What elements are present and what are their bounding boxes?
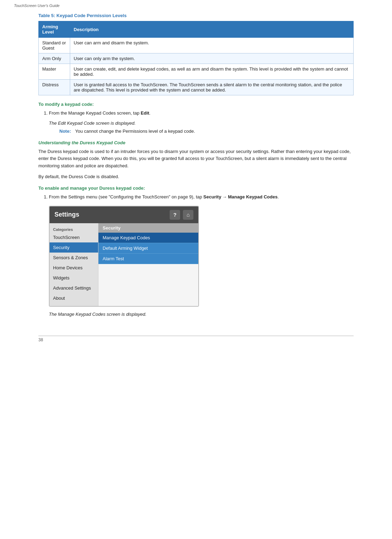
settings-left-col: Categories TouchScreenSecuritySensors & …	[50, 223, 98, 306]
manage-keypad-bold: Manage Keypad Codes	[228, 194, 278, 199]
table-row-desc-3: User is granted full access to the Touch…	[70, 80, 354, 95]
settings-header-icons: ? ⌂	[170, 210, 193, 220]
page-content: Table 5: Keypad Code Permission Levels A…	[0, 9, 392, 329]
table-row-level-1: Arm Only	[39, 53, 70, 64]
settings-menu-item-widgets[interactable]: Widgets	[50, 273, 98, 283]
settings-body: Categories TouchScreenSecuritySensors & …	[50, 223, 198, 306]
submenu-header: Security	[98, 223, 198, 233]
table-row-level-2: Master	[39, 64, 70, 80]
settings-menu-item-home-devices[interactable]: Home Devices	[50, 263, 98, 273]
table-row-desc-0: User can arm and disarm the system.	[70, 38, 354, 53]
modify-step1: From the Manage Keypad Codes screen, tap…	[49, 110, 354, 117]
col-desc-header: Description	[70, 21, 354, 38]
table-row-desc-2: User can create, edit, and delete keypad…	[70, 64, 354, 80]
settings-menu: TouchScreenSecuritySensors & ZonesHome D…	[50, 232, 98, 303]
edit-bold: Edit	[141, 110, 149, 116]
settings-screenshot: Settings ? ⌂ Categories TouchScreenSecur…	[49, 206, 199, 307]
understanding-heading: Understanding the Duress Keypad Code	[38, 140, 354, 145]
note-text: You cannot change the Permissions level …	[75, 128, 195, 135]
table-row: MasterUser can create, edit, and delete …	[39, 64, 354, 80]
note-label: Note:	[59, 128, 71, 135]
table-title: Table 5: Keypad Code Permission Levels	[38, 13, 354, 18]
submenu-item-manage-keypad-codes[interactable]: Manage Keypad Codes	[98, 233, 198, 243]
page-header: TouchScreen User's Guide	[0, 0, 392, 9]
col-arming-header: Arming Level	[39, 21, 70, 38]
settings-menu-item-advanced-settings[interactable]: Advanced Settings	[50, 283, 98, 293]
enable-heading: To enable and manage your Duress keypad …	[38, 185, 354, 191]
header-title: TouchScreen User's Guide	[14, 3, 60, 8]
question-icon: ?	[173, 212, 176, 218]
settings-submenu: Manage Keypad CodesDefault Arming Widget…	[98, 233, 198, 264]
settings-right-col: Security Manage Keypad CodesDefault Armi…	[98, 223, 198, 306]
permission-table: Arming Level Description Standard or Gue…	[38, 21, 354, 95]
enable-step1: From the Settings menu (see "Configuring…	[49, 194, 354, 201]
table-row-level-0: Standard or Guest	[39, 38, 70, 53]
settings-title: Settings	[54, 211, 79, 218]
submenu-item-alarm-test[interactable]: Alarm Test	[98, 254, 198, 264]
arrow: →	[222, 194, 227, 199]
understanding-para1: The Duress keypad code is used to if an …	[38, 148, 354, 170]
table-row-desc-1: User can only arm the system.	[70, 53, 354, 64]
table-row: Arm OnlyUser can only arm the system.	[39, 53, 354, 64]
table-row: DistressUser is granted full access to t…	[39, 80, 354, 95]
table-row-level-3: Distress	[39, 80, 70, 95]
settings-menu-item-sensors-&-zones[interactable]: Sensors & Zones	[50, 253, 98, 263]
note-block: Note: You cannot change the Permissions …	[59, 128, 354, 135]
settings-menu-item-touchscreen[interactable]: TouchScreen	[50, 232, 98, 242]
screenshot-caption: The Manage Keypad Codes screen is displa…	[49, 312, 354, 317]
page-number: 38	[38, 337, 43, 342]
modify-heading: To modify a keypad code:	[38, 102, 354, 107]
security-bold: Security	[204, 194, 221, 199]
page-footer: 38	[38, 336, 354, 342]
understanding-para2: By default, the Duress Code is disabled.	[38, 173, 354, 181]
settings-header: Settings ? ⌂	[50, 206, 198, 223]
enable-steps: From the Settings menu (see "Configuring…	[49, 194, 354, 201]
cat-label: Categories	[50, 226, 98, 232]
question-icon-btn[interactable]: ?	[170, 210, 180, 220]
home-icon-btn[interactable]: ⌂	[183, 210, 193, 220]
settings-menu-item-about[interactable]: About	[50, 293, 98, 303]
modify-italic: The Edit Keypad Code screen is displayed…	[49, 121, 354, 126]
submenu-item-default-arming-widget[interactable]: Default Arming Widget	[98, 243, 198, 254]
home-icon: ⌂	[186, 212, 190, 218]
settings-menu-item-security[interactable]: Security	[50, 242, 98, 253]
table-row: Standard or GuestUser can arm and disarm…	[39, 38, 354, 53]
modify-steps: From the Manage Keypad Codes screen, tap…	[49, 110, 354, 117]
